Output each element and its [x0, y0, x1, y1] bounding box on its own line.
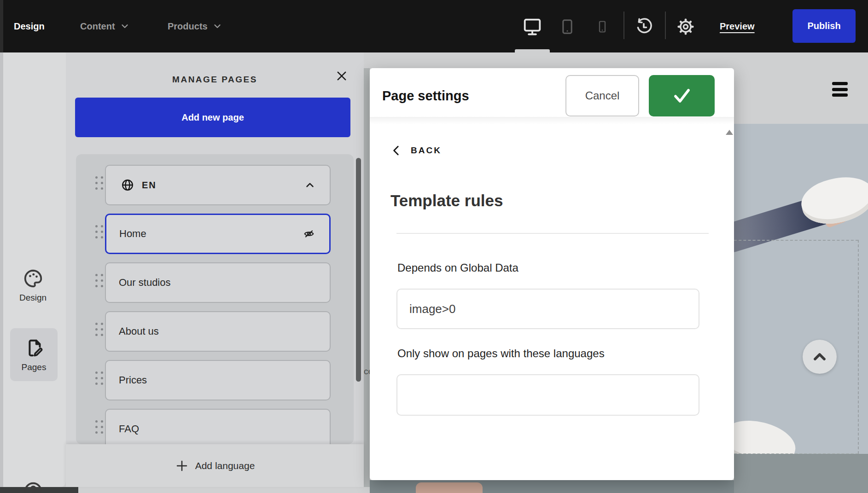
device-mobile-button[interactable]	[591, 16, 613, 38]
drag-handle-icon[interactable]	[95, 420, 104, 438]
sidebar-item-design[interactable]: Design	[5, 268, 61, 303]
page-card-our-studios[interactable]: Our studios	[105, 262, 331, 303]
history-icon	[634, 17, 654, 37]
field-label-global-data: Depends on Global Data	[397, 261, 518, 274]
close-panel-button[interactable]	[333, 68, 350, 84]
cancel-button[interactable]: Cancel	[565, 75, 639, 116]
editor-sidebar: Design Pages Help	[0, 52, 66, 487]
chevron-up-icon[interactable]	[304, 179, 316, 191]
history-button[interactable]	[632, 15, 655, 38]
page-row: About us	[76, 311, 354, 352]
selection-border-top	[734, 240, 858, 241]
page-name: Prices	[119, 374, 147, 386]
page-name: About us	[119, 325, 159, 337]
panel-title: MANAGE PAGES	[66, 75, 364, 85]
photo-hand	[416, 482, 483, 493]
scroll-to-top-button[interactable]	[803, 340, 837, 374]
page-row: Home	[76, 214, 354, 254]
close-icon	[335, 70, 348, 82]
back-label: BACK	[411, 145, 442, 156]
page-card-home[interactable]: Home	[105, 214, 331, 254]
chevron-down-icon	[212, 21, 222, 31]
languages-input[interactable]	[396, 374, 699, 416]
dialog-title: Page settings	[382, 88, 469, 104]
globe-icon	[121, 178, 134, 192]
preview-link[interactable]: Preview	[720, 0, 755, 52]
confirm-button[interactable]	[649, 75, 715, 116]
language-card-en[interactable]: EN	[105, 165, 331, 205]
manage-pages-panel: MANAGE PAGES Add new page EN	[66, 52, 364, 487]
language-code: EN	[142, 180, 157, 191]
device-tablet-button[interactable]	[556, 16, 578, 38]
language-row: EN	[76, 165, 354, 205]
site-page-sliver: ce	[364, 68, 370, 487]
tablet-icon	[558, 17, 577, 36]
help-icon	[23, 481, 44, 493]
chevron-left-icon	[390, 145, 402, 157]
drag-handle-icon[interactable]	[95, 225, 104, 243]
sidebar-item-help[interactable]: Help	[5, 481, 61, 493]
drag-handle-icon[interactable]	[95, 274, 104, 291]
menu-content-label: Content	[80, 21, 115, 32]
chevron-down-icon	[120, 21, 130, 31]
dialog-header-shadow	[370, 117, 734, 124]
photo-sneaker-2	[734, 414, 800, 454]
add-language-label: Add language	[195, 460, 255, 471]
active-device-indicator	[515, 49, 550, 52]
desktop-icon	[522, 16, 543, 37]
sidebar-item-pages[interactable]: Pages	[10, 328, 58, 381]
device-desktop-button[interactable]	[521, 16, 543, 38]
add-language-button[interactable]: Add language	[66, 444, 364, 487]
drag-handle-icon[interactable]	[95, 371, 104, 389]
editor-topbar: Design Content Products	[0, 0, 868, 52]
plus-icon	[175, 459, 189, 473]
check-icon	[670, 84, 694, 108]
mobile-icon	[595, 19, 610, 34]
page-card-about-us[interactable]: About us	[105, 311, 331, 352]
topbar-edge	[0, 0, 3, 52]
page-settings-dialog: Page settings Cancel BACK Template rules…	[370, 68, 734, 480]
menu-design-label: Design	[14, 21, 45, 32]
menu-content[interactable]: Content	[80, 0, 130, 52]
scroll-up-arrow-icon[interactable]	[726, 130, 733, 135]
publish-button[interactable]: Publish	[792, 9, 856, 43]
pages-list: EN Home Our studios	[76, 154, 354, 444]
page-row: Our studios	[76, 262, 354, 303]
canvas-bottom-strip	[78, 487, 370, 493]
site-text-fragment: ce	[364, 366, 370, 377]
site-hero-photo	[734, 124, 868, 454]
topbar-divider	[623, 12, 624, 39]
eye-off-icon[interactable]	[303, 227, 315, 240]
photo-floor-strip	[370, 480, 734, 493]
selection-border-right	[858, 240, 859, 454]
settings-button[interactable]	[674, 15, 697, 38]
cancel-label: Cancel	[585, 89, 620, 102]
page-row: FAQ	[76, 409, 354, 444]
page-name: Home	[119, 228, 146, 240]
drag-handle-icon[interactable]	[95, 176, 104, 194]
add-new-page-label: Add new page	[181, 112, 244, 123]
global-data-input[interactable]	[396, 289, 699, 329]
page-card-faq[interactable]: FAQ	[105, 409, 331, 444]
site-hamburger-menu-icon[interactable]	[832, 82, 848, 97]
pages-icon	[23, 337, 45, 359]
sidebar-design-label: Design	[19, 293, 47, 303]
dialog-divider	[396, 233, 709, 234]
menu-products-label: Products	[168, 21, 208, 32]
menu-products[interactable]: Products	[168, 0, 222, 52]
sidebar-pages-label: Pages	[22, 362, 47, 372]
photo-floor	[734, 454, 868, 493]
palette-icon	[23, 268, 44, 289]
page-card-prices[interactable]: Prices	[105, 360, 331, 400]
preview-label: Preview	[720, 21, 755, 32]
drag-handle-icon[interactable]	[95, 323, 104, 340]
panel-scrollbar[interactable]	[356, 158, 361, 382]
back-link[interactable]: BACK	[390, 145, 442, 157]
topbar-divider	[665, 12, 666, 39]
add-new-page-button[interactable]: Add new page	[75, 98, 350, 137]
menu-design[interactable]: Design	[14, 0, 45, 52]
gear-icon	[676, 17, 695, 36]
chevron-up-icon	[810, 348, 829, 366]
page-name: FAQ	[119, 423, 139, 435]
page-row: Prices	[76, 360, 354, 400]
